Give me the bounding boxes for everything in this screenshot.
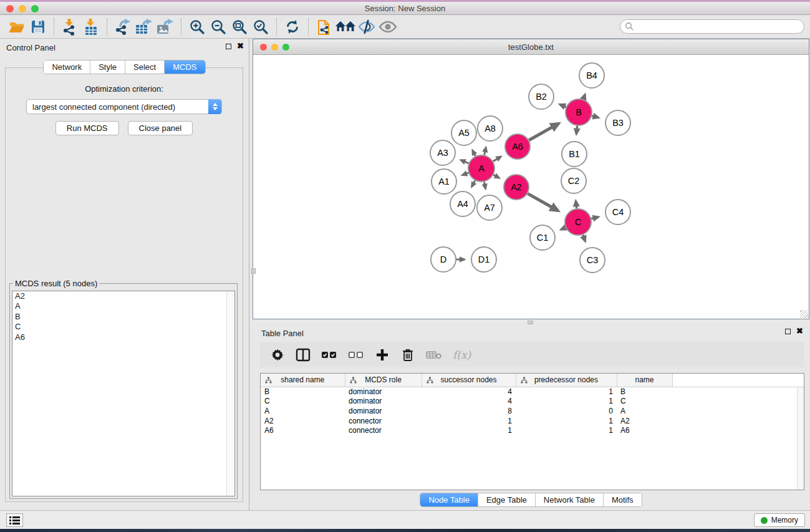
- homes-button[interactable]: [335, 17, 356, 36]
- cell-shared-name[interactable]: A6: [261, 425, 345, 435]
- close-panel-button[interactable]: Close panel: [128, 121, 193, 135]
- edge-A-A5[interactable]: [473, 150, 476, 156]
- select-all-button[interactable]: [321, 346, 337, 364]
- search-input[interactable]: [620, 19, 804, 34]
- mcds-result-list[interactable]: A2ABCA6: [12, 291, 235, 496]
- splitter-grip-left[interactable]: [251, 268, 256, 274]
- close-window-button[interactable]: [6, 5, 14, 12]
- window-resize-grip[interactable]: [800, 310, 808, 318]
- table-row[interactable]: A6connector11A6: [261, 425, 804, 435]
- tab-select[interactable]: Select: [125, 60, 165, 74]
- cell-predecessor-nodes[interactable]: 1: [516, 425, 617, 435]
- network-window-controls[interactable]: [260, 44, 289, 51]
- zoom-fit-button[interactable]: [229, 17, 250, 36]
- table-scrollbar[interactable]: [797, 387, 804, 490]
- import-table-button[interactable]: [80, 17, 102, 36]
- cell-predecessor-nodes[interactable]: 0: [516, 406, 617, 416]
- zoom-in-button[interactable]: [186, 17, 208, 36]
- node-A3[interactable]: A3: [430, 140, 455, 165]
- network-close-button[interactable]: [260, 44, 267, 51]
- search-field[interactable]: [620, 19, 804, 34]
- edge-A-A3[interactable]: [461, 160, 469, 163]
- cell-name[interactable]: C: [617, 397, 672, 407]
- zoom-selected-button[interactable]: [250, 17, 271, 36]
- node-B4[interactable]: B4: [579, 63, 604, 88]
- edge-A2-C[interactable]: [528, 193, 558, 210]
- node-C[interactable]: C: [565, 209, 591, 235]
- cell-shared-name[interactable]: B: [261, 387, 345, 397]
- cell-predecessor-nodes[interactable]: 1: [516, 397, 617, 407]
- table-tab-node-table[interactable]: Node Table: [420, 493, 478, 506]
- memory-button[interactable]: Memory: [754, 513, 805, 527]
- split-table-button[interactable]: [296, 346, 311, 364]
- cell-MCDS-role[interactable]: dominator: [345, 387, 422, 397]
- node-C3[interactable]: C3: [580, 248, 605, 273]
- cell-MCDS-role[interactable]: connector: [345, 416, 422, 426]
- cell-predecessor-nodes[interactable]: 1: [516, 387, 617, 397]
- export-image-button[interactable]: [155, 17, 176, 36]
- edge-C-C1[interactable]: [561, 228, 566, 230]
- edge-C-C3[interactable]: [583, 235, 586, 241]
- zoom-out-button[interactable]: [208, 17, 229, 36]
- export-table-button[interactable]: [133, 17, 155, 36]
- column-header-MCDS-role[interactable]: MCDS role: [345, 374, 422, 387]
- node-A8[interactable]: A8: [478, 116, 503, 141]
- node-A[interactable]: A: [468, 155, 494, 181]
- column-header-name[interactable]: name: [617, 374, 672, 387]
- save-session-button[interactable]: [27, 17, 49, 36]
- table-row[interactable]: Cdominator41C: [261, 397, 804, 407]
- result-item-a[interactable]: A: [12, 301, 234, 311]
- node-C2[interactable]: C2: [561, 168, 586, 193]
- column-header-shared-name[interactable]: shared name: [261, 374, 345, 387]
- edge-C-C4[interactable]: [591, 217, 598, 219]
- node-A4[interactable]: A4: [450, 191, 475, 216]
- edge-A-A1[interactable]: [462, 173, 468, 175]
- edge-B-B3[interactable]: [592, 116, 598, 118]
- cell-successor-nodes[interactable]: 1: [422, 416, 516, 426]
- node-B2[interactable]: B2: [529, 84, 554, 109]
- node-A6[interactable]: A6: [505, 134, 530, 159]
- edge-A-A7[interactable]: [484, 182, 485, 189]
- open-session-button[interactable]: [6, 17, 27, 36]
- export-network-button[interactable]: [112, 17, 133, 36]
- edge-C-C2[interactable]: [576, 201, 576, 208]
- column-header-successor-nodes[interactable]: successor nodes: [422, 374, 516, 387]
- network-window-titlebar[interactable]: testGlobe.txt: [253, 39, 809, 55]
- close-table-panel-icon[interactable]: ✖: [796, 328, 803, 334]
- node-A7[interactable]: A7: [477, 195, 502, 220]
- column-header-predecessor-nodes[interactable]: predecessor nodes: [516, 374, 617, 387]
- tab-mcds[interactable]: MCDS: [165, 60, 205, 74]
- cell-MCDS-role[interactable]: dominator: [345, 397, 422, 407]
- app-titlebar[interactable]: Session: New Session: [0, 2, 810, 15]
- edge-A-A8[interactable]: [485, 147, 486, 155]
- table-tab-motifs[interactable]: Motifs: [604, 493, 642, 506]
- table-row[interactable]: A2connector11A2: [261, 416, 804, 426]
- edge-A-A6[interactable]: [493, 157, 501, 162]
- window-controls[interactable]: [6, 5, 39, 12]
- delete-table-button[interactable]: [426, 346, 442, 364]
- network-minimize-button[interactable]: [271, 44, 278, 51]
- cell-successor-nodes[interactable]: 8: [422, 406, 516, 416]
- run-mcds-button[interactable]: Run MCDS: [55, 121, 119, 135]
- eye-slash-button[interactable]: [356, 17, 377, 36]
- node-B[interactable]: B: [566, 99, 592, 125]
- node-B1[interactable]: B1: [562, 142, 587, 167]
- edge-B-B2[interactable]: [560, 104, 566, 107]
- result-item-a2[interactable]: A2: [12, 291, 234, 301]
- node-B3[interactable]: B3: [605, 110, 630, 135]
- cell-shared-name[interactable]: C: [261, 397, 345, 407]
- table-tab-network-table[interactable]: Network Table: [536, 493, 604, 506]
- cell-successor-nodes[interactable]: 1: [422, 425, 516, 435]
- result-item-b[interactable]: B: [12, 312, 234, 322]
- delete-column-button[interactable]: [400, 346, 415, 364]
- node-D1[interactable]: D1: [471, 247, 496, 272]
- network-canvas[interactable]: AA1A2A3A4A5A6A7A8BB1B2B3B4CC1C2C3C4DD1: [253, 55, 809, 319]
- network-zoom-button[interactable]: [282, 44, 289, 51]
- network-from-file-button[interactable]: [314, 17, 335, 36]
- edge-A6-B[interactable]: [529, 123, 558, 140]
- node-A5[interactable]: A5: [451, 120, 476, 145]
- cell-successor-nodes[interactable]: 4: [422, 387, 516, 397]
- node-C4[interactable]: C4: [605, 200, 630, 225]
- edge-B-B1[interactable]: [576, 126, 577, 134]
- edge-A-A2[interactable]: [493, 175, 499, 178]
